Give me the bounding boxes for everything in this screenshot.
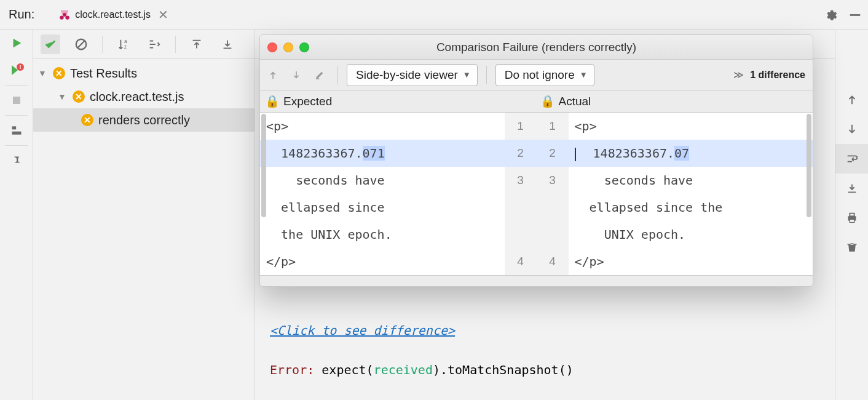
comparison-dialog: Comparison Failure (renders correctly) S… bbox=[259, 34, 813, 287]
error-line: Error: expect(received).toMatchSnapshot(… bbox=[270, 362, 835, 377]
svg-rect-7 bbox=[12, 126, 16, 129]
diff-body: <p> 1482363367.071 seconds have ellapsed… bbox=[260, 113, 813, 275]
code-line: ellapsed since bbox=[260, 194, 505, 221]
svg-point-2 bbox=[63, 13, 66, 17]
scroll-to-end-icon[interactable] bbox=[835, 174, 868, 203]
svg-rect-6 bbox=[13, 97, 20, 104]
svg-text:z: z bbox=[124, 44, 127, 50]
code-line: <p> bbox=[260, 113, 505, 140]
show-ignored-toggle[interactable] bbox=[71, 34, 91, 54]
svg-rect-8 bbox=[12, 132, 21, 135]
code-line: </p> bbox=[569, 248, 813, 275]
diff-expected-pane[interactable]: <p> 1482363367.071 seconds have ellapsed… bbox=[260, 113, 505, 275]
pin-button[interactable] bbox=[0, 147, 33, 174]
run-label: Run: bbox=[5, 7, 38, 22]
tree-root-label: Test Results bbox=[70, 66, 137, 81]
code-line: ellapsed since the bbox=[569, 194, 813, 221]
run-tab[interactable]: clock.react.test.js ✕ bbox=[55, 0, 175, 30]
lock-icon: 🔒 bbox=[540, 94, 555, 108]
viewer-mode-label: Side-by-side viewer bbox=[356, 68, 458, 82]
diff-headers: 🔒 Expected 🔒 Actual bbox=[260, 90, 813, 113]
tree-file[interactable]: ▼ ✕ clock.react.test.js bbox=[33, 85, 254, 108]
dialog-titlebar[interactable]: Comparison Failure (renders correctly) bbox=[260, 35, 813, 60]
code-line: seconds have bbox=[260, 167, 505, 194]
code-line: UNIX epoch. bbox=[569, 221, 813, 248]
diff-actual-pane[interactable]: <p> 1482363367.07 seconds have ellapsed … bbox=[569, 113, 813, 275]
prev-diff-icon[interactable] bbox=[267, 70, 282, 81]
svg-rect-14 bbox=[850, 214, 854, 217]
svg-point-0 bbox=[60, 15, 63, 19]
lock-icon: 🔒 bbox=[265, 94, 280, 108]
chevron-down-icon: ▼ bbox=[463, 70, 471, 79]
diff-gutter: 1 2 3 4 1 2 3 4 bbox=[505, 113, 569, 275]
close-icon[interactable]: ✕ bbox=[158, 7, 168, 22]
minimize-icon[interactable] bbox=[847, 8, 863, 22]
trash-icon[interactable] bbox=[835, 233, 868, 262]
actual-header: 🔒 Actual bbox=[537, 94, 813, 108]
tree-test[interactable]: ✕ renders correctly bbox=[33, 108, 254, 132]
code-line: <p> bbox=[569, 113, 813, 140]
collapse-up-button[interactable] bbox=[187, 34, 207, 54]
status-failed-icon: ✕ bbox=[53, 67, 65, 79]
prev-result-icon[interactable] bbox=[835, 85, 868, 114]
show-passed-toggle[interactable] bbox=[41, 34, 60, 54]
dialog-toolbar: Side-by-side viewer ▼ Do not ignore ▼ ≫ … bbox=[260, 60, 813, 90]
dialog-title: Comparison Failure (renders correctly) bbox=[260, 41, 813, 54]
gear-icon[interactable] bbox=[824, 8, 837, 22]
layout-button[interactable] bbox=[0, 117, 33, 144]
ignore-mode-label: Do not ignore bbox=[505, 68, 575, 82]
diff-count: 1 difference bbox=[750, 70, 805, 81]
viewer-mode-select[interactable]: Side-by-side viewer ▼ bbox=[347, 64, 478, 86]
status-failed-icon: ✕ bbox=[73, 90, 85, 103]
soft-wrap-toggle[interactable] bbox=[835, 144, 868, 174]
run-toolbar: Run: clock.react.test.js ✕ bbox=[0, 0, 868, 30]
left-gutter: ! bbox=[0, 30, 33, 400]
code-line: 1482363367.071 bbox=[260, 140, 505, 167]
expand-all-button[interactable] bbox=[144, 34, 164, 54]
stop-button[interactable] bbox=[0, 87, 33, 114]
svg-rect-3 bbox=[850, 14, 861, 16]
expected-header: 🔒 Expected bbox=[260, 94, 537, 108]
svg-point-1 bbox=[66, 15, 69, 19]
code-line: 1482363367.07 bbox=[569, 140, 813, 167]
run-button[interactable] bbox=[0, 30, 33, 57]
edit-icon[interactable] bbox=[314, 70, 329, 81]
tree-root[interactable]: ▼ ✕ Test Results bbox=[33, 62, 254, 85]
right-gutter bbox=[835, 30, 868, 400]
tree-file-label: clock.react.test.js bbox=[90, 90, 184, 104]
rerun-failed-button[interactable]: ! bbox=[0, 57, 33, 84]
svg-text:a: a bbox=[124, 39, 127, 44]
status-failed-icon: ✕ bbox=[81, 114, 93, 126]
svg-rect-15 bbox=[850, 220, 854, 223]
chevron-down-icon[interactable]: ▼ bbox=[58, 92, 68, 102]
svg-line-10 bbox=[78, 41, 85, 47]
see-difference-link[interactable]: <Click to see difference> bbox=[270, 323, 835, 338]
chevron-down-icon: ▼ bbox=[580, 70, 588, 79]
ignore-mode-select[interactable]: Do not ignore ▼ bbox=[495, 64, 594, 86]
test-tree: ▼ ✕ Test Results ▼ ✕ clock.react.test.js… bbox=[33, 59, 254, 132]
sort-button[interactable]: a z bbox=[114, 34, 133, 54]
code-line: the UNIX epoch. bbox=[260, 221, 505, 248]
chevron-down-icon[interactable]: ▼ bbox=[38, 68, 48, 78]
next-result-icon[interactable] bbox=[835, 114, 868, 144]
svg-text:!: ! bbox=[19, 64, 21, 70]
print-icon[interactable] bbox=[835, 203, 868, 233]
tab-label: clock.react.test.js bbox=[75, 9, 151, 20]
more-icon[interactable]: ≫ bbox=[733, 69, 744, 81]
next-diff-icon[interactable] bbox=[291, 70, 306, 81]
test-toolbar: a z bbox=[33, 30, 254, 59]
code-line: seconds have bbox=[569, 167, 813, 194]
code-line: </p> bbox=[260, 248, 505, 275]
jest-icon bbox=[58, 8, 71, 22]
collapse-down-button[interactable] bbox=[218, 34, 237, 54]
tree-test-label: renders correctly bbox=[98, 113, 190, 127]
